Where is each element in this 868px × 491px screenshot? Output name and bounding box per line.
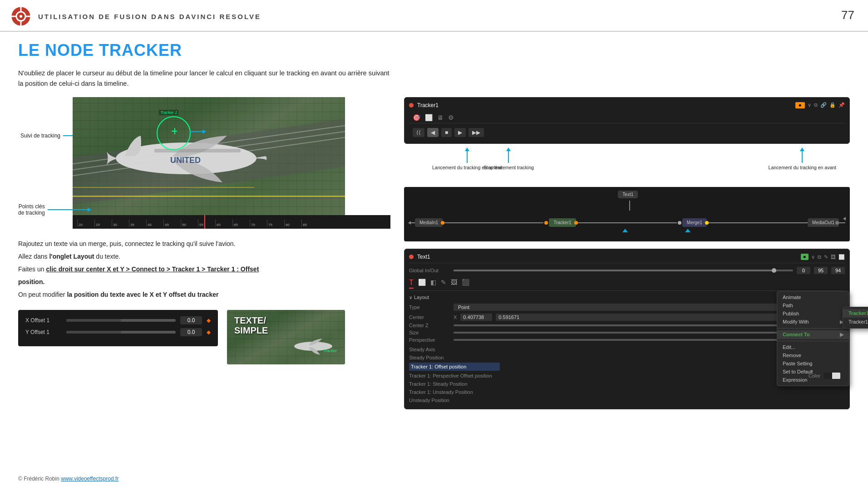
menu-connect-to[interactable]: Connect To▶ [777,330,849,339]
tracker-annotations: Lancement du tracking en arrière Stop tr… [404,150,850,180]
text1-ctrl-5[interactable]: ⬜ [838,254,845,260]
tracker-icon-row: 🎯 ⬜ 🖥 ⚙ [409,112,845,123]
tracker-label-img: Tracker 1 [159,110,178,115]
global-inout-label: Global In/Out [409,268,450,273]
unsteady-pos-label: Unsteady Position [409,396,500,404]
text1-ctrl-2[interactable]: ⧉ [818,254,821,260]
node-mediaout1: MediaOut1 [808,218,839,227]
tracker-icon-1[interactable]: 🎯 [413,114,420,121]
inout-slider[interactable] [454,270,793,271]
menu-publish[interactable]: Publish [777,309,849,318]
inout-val2: 95 [814,267,828,274]
menu-animate[interactable]: Animate [777,293,849,301]
video-text-overlay: TEXTE/ SIMPLE [234,315,268,336]
ctrl-fwd-end[interactable]: ▶▶ [469,128,484,137]
toolbar-pen-icon[interactable]: ✎ [441,279,446,289]
offset-panel: X Offset 1 0.0 ◆ Y Offset 1 0.0 ◆ [18,310,218,346]
text1-green-btn[interactable]: ■ [801,254,809,260]
ctrl-back-end[interactable]: ⟨⟨ [413,128,424,137]
video-text-line2: SIMPLE [234,325,268,336]
red-dot [409,103,414,108]
unsteady-label: Tracker 1: Unsteady Position [409,388,500,396]
suivi-label: Suivi de tracking [20,133,60,139]
points-label-2: de tracking [18,210,45,216]
submenu-connect-to: Tracker1▶ Tracker1Tracker1Path▶ [843,307,868,329]
node-mediain1: MediaIn1 [415,218,443,227]
body-bold-tracker: la position du texte avec le X et Y offs… [67,291,218,298]
steady-axis-label: Steady Axis [409,345,500,354]
body-line1: Rajoutez un texte via un merge, puis, co… [18,239,381,250]
text1-ctrl-1[interactable]: ∨ [811,254,815,260]
body-line4: position. [18,277,381,288]
y-offset-diamond: ◆ [207,329,211,335]
ctrl-stop[interactable]: ■ [441,128,452,137]
text1-ctrl-3[interactable]: ✎ [824,254,828,260]
header-title: UTILISATION DE FUSION DANS DAVINCI RESOL… [38,13,261,20]
toolbar-extra-icon[interactable]: ⬛ [462,279,469,289]
center-x-value[interactable]: 0.407738 [460,314,492,321]
tracker-title: Tracker1 [417,102,439,108]
inout-val1: 0 [797,267,810,274]
tracker-image: UNITED Tracker 1 [73,97,345,215]
orange-btn[interactable]: ■ [795,102,805,108]
ui-copy[interactable]: ⧉ [814,102,818,108]
ann-stop: Stop traitement tracking [483,150,534,170]
ui-lock[interactable]: 🔒 [829,102,836,108]
submenu-tracker1path[interactable]: Tracker1Tracker1Path▶ [843,318,868,326]
toolbar-img-icon[interactable]: 🖼 [451,279,457,289]
context-menu: Animate Path Publish Modify With▶ Connec… [777,291,849,386]
color-row: Color [809,373,840,379]
ctrl-fwd[interactable]: ▶ [454,128,466,137]
toolbar-shading-icon[interactable]: ◧ [430,279,436,289]
center-x-label: X [454,314,457,320]
body-line3: Faites un clic droit sur center X et Y >… [18,264,381,275]
body-bold-position: position. [18,278,44,285]
menu-divider-1 [777,328,849,329]
menu-paste[interactable]: Paste Setting [777,359,849,368]
intro-text: N'oubliez de placer le curseur au début … [18,68,390,89]
y-offset-slider[interactable] [66,331,176,334]
x-offset-label: X Offset 1 [25,317,62,324]
ann-fwd-label: Lancement du tracking en avant [769,165,836,170]
tracker-ui-panel: Tracker1 ■ ∨ ⧉ 🔗 🔒 📌 🎯 ⬜ [404,97,850,144]
toolbar-layout-icon[interactable]: ⬜ [418,279,426,289]
tracker-icon-2[interactable]: ⬜ [425,114,433,121]
menu-remove[interactable]: Remove [777,351,849,359]
main-columns: Suivi de tracking [18,97,850,409]
menu-path[interactable]: Path [777,301,849,309]
annotation-points: Points clés de tracking [18,203,89,216]
image-section: Suivi de tracking [73,97,390,229]
body-bold-layout: l'onglet Layout [49,253,94,260]
menu-modify-with[interactable]: Modify With▶ [777,318,849,326]
triangle-2 [685,229,690,232]
connect-to-label: Connect To [783,332,810,338]
toolbar-text-icon[interactable]: T [409,279,414,289]
ann-fwd: Lancement du tracking en avant [769,150,836,170]
text1-section: Text1 ■ ∨ ⧉ ✎ 🖼 ⬜ Global In/Out [404,249,850,409]
node-graph: Text1 MediaIn1 [404,187,850,241]
menu-edit[interactable]: Edit... [777,343,849,351]
ui-pin[interactable]: 📌 [838,102,845,108]
tracker-icon-3[interactable]: 🖥 [437,114,444,121]
tracker-icon-4[interactable]: ⚙ [448,114,454,121]
x-offset-slider[interactable] [66,319,176,322]
ui-link[interactable]: 🔗 [820,102,827,108]
timeline-marks: 20 25 30 35 40 45 50 55 60 65 70 75 80 8… [73,215,390,229]
ctrl-back[interactable]: ◀ [427,128,439,137]
color-swatch[interactable] [824,373,840,379]
node-tracker1: Tracker1 [549,218,576,227]
body-text: Rajoutez un texte via un merge, puis, co… [18,239,381,300]
text1-connector [629,201,630,211]
footer-link[interactable]: www.videoeffectsprod.fr [61,476,118,482]
timeline-playhead [204,215,205,229]
main-content: LE NODE TRACKER N'oubliez de placer le c… [0,32,868,418]
submenu-tracker1[interactable]: Tracker1▶ [843,309,868,318]
video-plane [291,335,336,358]
text1-title-controls: ■ ∨ ⧉ ✎ 🖼 ⬜ [801,254,845,260]
text1-ctrl-4[interactable]: 🖼 [831,254,836,260]
node-merge1: Merge1 [682,218,707,227]
page-number: 77 [841,8,854,22]
x-offset-value: 0.0 [180,316,202,324]
ui-chevron[interactable]: ∨ [808,102,811,108]
x-offset-diamond: ◆ [207,317,211,324]
